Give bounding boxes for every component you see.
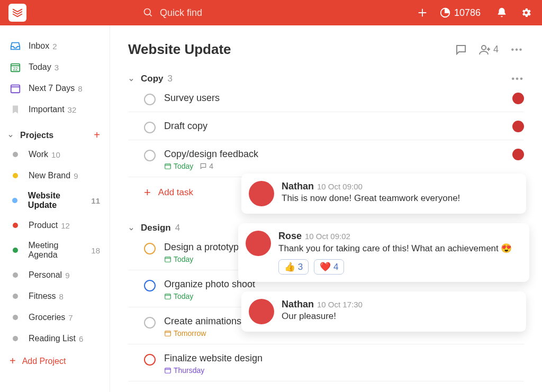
project-color-dot xyxy=(10,149,21,160)
settings-button[interactable] xyxy=(519,5,534,20)
sidebar-filter-today[interactable]: 22 Today 3 xyxy=(4,58,105,76)
section-name: Design xyxy=(141,223,171,233)
comment-card[interactable]: Nathan10 Oct 17:30 Our pleasure! xyxy=(241,291,526,332)
sidebar-project-item[interactable]: Groceries7 xyxy=(4,308,105,326)
sidebar-project-item[interactable]: Reading List6 xyxy=(4,330,105,348)
task-checkbox[interactable] xyxy=(144,354,156,366)
inbox-icon xyxy=(10,40,21,52)
section-more-button[interactable]: ••• xyxy=(511,74,524,84)
comment-card[interactable]: Rose10 Oct 09:02 Thank you for taking ca… xyxy=(238,223,529,282)
sidebar-project-label: Meeting Agenda xyxy=(28,241,88,260)
karma-button[interactable]: 10786 xyxy=(439,7,481,19)
sidebar-project-label: Reading List xyxy=(29,334,76,343)
bookmark-icon xyxy=(10,104,21,115)
sidebar-project-item[interactable]: Website Update11 xyxy=(4,188,105,213)
add-project-button[interactable]: + Add Project xyxy=(4,351,105,371)
task-checkbox[interactable] xyxy=(144,243,156,254)
quick-find-placeholder: Quick find xyxy=(160,7,202,19)
notifications-button[interactable] xyxy=(494,5,509,20)
sidebar-project-count: 9 xyxy=(74,171,78,180)
task-checkbox[interactable] xyxy=(144,94,156,105)
sidebar-filter-count: 3 xyxy=(55,63,59,72)
add-project-label: Add Project xyxy=(22,357,66,366)
svg-point-0 xyxy=(144,9,151,15)
task-row[interactable]: Draft copy xyxy=(128,112,524,140)
comment-author: Nathan xyxy=(282,299,314,309)
sidebar-project-item[interactable]: Personal9 xyxy=(4,266,105,284)
sidebar-project-item[interactable]: Work10 xyxy=(4,145,105,163)
sidebar-project-label: Product xyxy=(29,221,58,230)
sidebar-filter-label: Next 7 Days xyxy=(29,84,75,93)
project-color-dot xyxy=(10,290,21,302)
sidebar-project-count: 12 xyxy=(61,221,70,230)
reaction[interactable]: ❤️ 4 xyxy=(314,259,344,275)
sidebar-filter-count: 8 xyxy=(78,84,82,93)
add-project-icon[interactable]: + xyxy=(94,129,100,141)
comment-time: 10 Oct 09:02 xyxy=(305,232,350,241)
sidebar-projects-title: Projects xyxy=(20,131,94,140)
comment-time: 10 Oct 17:30 xyxy=(317,300,363,309)
task-checkbox[interactable] xyxy=(144,280,156,291)
add-button[interactable] xyxy=(415,5,430,20)
task-row[interactable]: Survey users xyxy=(128,84,524,112)
karma-count: 10786 xyxy=(454,7,481,19)
sidebar-filter-count: 2 xyxy=(52,42,57,51)
sidebar-project-item[interactable]: Fitness8 xyxy=(4,287,105,305)
sidebar-filter-next7days[interactable]: Next 7 Days 8 xyxy=(4,79,105,97)
comment-author: Nathan xyxy=(282,181,314,192)
task-checkbox[interactable] xyxy=(144,317,156,329)
assignee-avatar[interactable] xyxy=(512,149,524,160)
chevron-down-icon xyxy=(128,75,136,83)
comment-text: Our pleasure! xyxy=(282,311,517,322)
sidebar-project-label: Personal xyxy=(29,270,62,280)
sidebar-project-count: 10 xyxy=(51,150,60,159)
task-name: Survey users xyxy=(164,93,508,104)
sidebar-project-item[interactable]: Meeting Agenda18 xyxy=(4,238,105,263)
project-title: Website Update xyxy=(128,41,442,58)
quick-find[interactable]: Quick find xyxy=(143,7,202,19)
comment-card[interactable]: Nathan10 Oct 09:00 This is now done! Gre… xyxy=(241,174,526,214)
more-button[interactable]: ••• xyxy=(510,43,524,57)
comment-icon xyxy=(455,43,467,56)
task-due: Tomorrow xyxy=(164,329,206,338)
task-checkbox[interactable] xyxy=(144,122,156,133)
assignee-avatar[interactable] xyxy=(512,93,524,104)
project-color-dot xyxy=(10,312,21,323)
share-button[interactable]: 4 xyxy=(478,43,499,56)
task-comments[interactable]: 4 xyxy=(200,162,213,170)
project-color-dot xyxy=(10,269,21,281)
person-icon xyxy=(478,43,491,56)
section-header[interactable]: Copy3••• xyxy=(128,74,524,84)
topbar: Quick find 10786 xyxy=(0,0,542,25)
sidebar-filter-inbox[interactable]: Inbox 2 xyxy=(4,37,105,55)
task-checkbox[interactable] xyxy=(144,150,156,161)
section-count: 4 xyxy=(175,223,180,233)
today-icon: 22 xyxy=(10,61,21,73)
task-row[interactable]: Finalize website designThursday xyxy=(128,344,524,381)
sidebar-project-item[interactable]: Product12 xyxy=(4,216,105,234)
app-logo[interactable] xyxy=(8,4,26,22)
sidebar-project-count: 8 xyxy=(59,292,64,301)
comments-button[interactable] xyxy=(454,43,468,57)
sidebar-projects-header[interactable]: Projects + xyxy=(4,125,105,145)
task-name: Copy/design feedback xyxy=(164,149,508,160)
assignee-avatar[interactable] xyxy=(512,121,524,132)
project-header: Website Update 4 ••• xyxy=(128,41,524,58)
sidebar-filter-important[interactable]: Important 32 xyxy=(4,101,105,118)
bell-icon xyxy=(496,7,508,19)
svg-rect-25 xyxy=(165,368,171,373)
comment-text: Thank you for taking care of this! What … xyxy=(278,243,520,254)
section-name: Copy xyxy=(141,74,164,84)
svg-rect-19 xyxy=(165,257,171,262)
project-color-dot xyxy=(10,244,21,256)
sidebar-project-item[interactable]: New Brand9 xyxy=(4,167,105,185)
svg-line-1 xyxy=(150,14,152,16)
task-row[interactable]: Copy/design feedbackToday4 xyxy=(128,140,524,177)
svg-rect-17 xyxy=(165,164,171,169)
sidebar-project-count: 11 xyxy=(91,196,100,205)
task-due: Today xyxy=(164,162,193,170)
reaction[interactable]: 👍 3 xyxy=(278,259,309,275)
avatar xyxy=(249,299,274,324)
comment-thread: Nathan10 Oct 09:00 This is now done! Gre… xyxy=(238,174,529,341)
avatar xyxy=(246,231,271,256)
